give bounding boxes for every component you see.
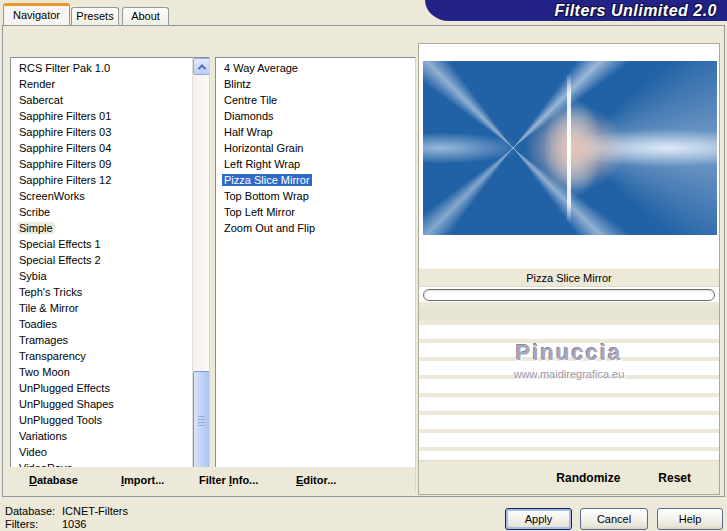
list-item[interactable]: UnPlugged Tools	[11, 412, 192, 428]
list-item[interactable]: Zoom Out and Flip	[216, 220, 415, 236]
parameter-rows	[419, 325, 719, 460]
list-item[interactable]: Sybia	[11, 268, 192, 284]
tab-presets-label: Presets	[76, 10, 113, 22]
list-item[interactable]: Toadies	[11, 316, 192, 332]
tab-navigator[interactable]: Navigator	[3, 3, 70, 25]
navigator-panel: RCS Filter Pak 1.0 Render Sabercat Sapph…	[2, 25, 725, 497]
database-button[interactable]: Database	[29, 474, 78, 486]
list-item-selected-category[interactable]: Simple	[11, 220, 192, 236]
list-item[interactable]: Diamonds	[216, 108, 415, 124]
list-item[interactable]: Left Right Wrap	[216, 156, 415, 172]
list-item[interactable]: RCS Filter Pak 1.0	[11, 60, 192, 76]
list-item[interactable]: Special Effects 1	[11, 236, 192, 252]
list-item[interactable]: UnPlugged Effects	[11, 380, 192, 396]
list-item[interactable]: Centre Tile	[216, 92, 415, 108]
list-item[interactable]: Render	[11, 76, 192, 92]
parameter-band	[419, 307, 719, 320]
editor-button[interactable]: Editor...	[296, 474, 336, 486]
scroll-up-icon	[197, 64, 205, 72]
list-item[interactable]: ScreenWorks	[11, 188, 192, 204]
list-item[interactable]: Tramages	[11, 332, 192, 348]
list-item[interactable]: Special Effects 2	[11, 252, 192, 268]
randomize-strip: Randomize Reset	[419, 460, 719, 494]
help-button[interactable]: Help	[657, 508, 723, 530]
progress-bar	[423, 289, 715, 301]
list-item[interactable]: Teph's Tricks	[11, 284, 192, 300]
list-item[interactable]: Top Left Mirror	[216, 204, 415, 220]
tab-about[interactable]: About	[122, 7, 169, 25]
preview-panel: Pizza Slice Mirror Pinuccia www.maidireg…	[418, 43, 720, 495]
bottom-toolbar: Database Import... Filter Info... Editor…	[4, 467, 415, 496]
list-item[interactable]: Horizontal Grain	[216, 140, 415, 156]
list-item[interactable]: Half Wrap	[216, 124, 415, 140]
app-title: Filters Unlimited 2.0	[554, 2, 717, 20]
list-item[interactable]: Sabercat	[11, 92, 192, 108]
list-item[interactable]: Sapphire Filters 12	[11, 172, 192, 188]
status-database-value: ICNET-Filters	[62, 505, 128, 518]
scroll-up-button[interactable]	[193, 58, 210, 75]
filter-list-items: 4 Way Average Blintz Centre Tile Diamond…	[216, 60, 415, 236]
category-list-items: RCS Filter Pak 1.0 Render Sabercat Sapph…	[11, 60, 192, 492]
cancel-button[interactable]: Cancel	[580, 508, 648, 530]
import-button[interactable]: Import...	[121, 474, 164, 486]
title-banner: Filters Unlimited 2.0	[425, 0, 727, 21]
tab-about-label: About	[131, 10, 160, 22]
list-item[interactable]: Scribe	[11, 204, 192, 220]
list-item[interactable]: Blintz	[216, 76, 415, 92]
preview-image	[423, 61, 717, 235]
filter-info-button[interactable]: Filter Info...	[199, 474, 258, 486]
list-item[interactable]: Sapphire Filters 01	[11, 108, 192, 124]
preview-caption: Pizza Slice Mirror	[419, 268, 719, 287]
reset-button[interactable]: Reset	[658, 471, 691, 485]
status-area: Database: ICNET-Filters Filters: 1036	[5, 505, 128, 531]
status-filters-label: Filters:	[5, 518, 62, 531]
category-list: RCS Filter Pak 1.0 Render Sabercat Sapph…	[10, 57, 210, 493]
list-item[interactable]: UnPlugged Shapes	[11, 396, 192, 412]
list-item[interactable]: Variations	[11, 428, 192, 444]
category-scrollbar[interactable]	[192, 58, 209, 492]
randomize-button[interactable]: Randomize	[556, 471, 620, 485]
list-item[interactable]: 4 Way Average	[216, 60, 415, 76]
list-item[interactable]: Top Bottom Wrap	[216, 188, 415, 204]
scrollbar-thumb[interactable]	[193, 371, 210, 471]
filter-list: 4 Way Average Blintz Centre Tile Diamond…	[215, 57, 416, 493]
list-item-selected-filter[interactable]: Pizza Slice Mirror	[216, 172, 415, 188]
tab-presets[interactable]: Presets	[71, 7, 119, 25]
status-filters-value: 1036	[62, 518, 86, 531]
tab-navigator-label: Navigator	[13, 9, 60, 21]
apply-button[interactable]: Apply	[505, 508, 572, 530]
list-item[interactable]: Tile & Mirror	[11, 300, 192, 316]
list-item[interactable]: Sapphire Filters 04	[11, 140, 192, 156]
list-item[interactable]: Video	[11, 444, 192, 460]
list-item[interactable]: Sapphire Filters 03	[11, 124, 192, 140]
status-database-label: Database:	[5, 505, 62, 518]
list-item[interactable]: Transparency	[11, 348, 192, 364]
list-item[interactable]: Sapphire Filters 09	[11, 156, 192, 172]
list-item[interactable]: Two Moon	[11, 364, 192, 380]
